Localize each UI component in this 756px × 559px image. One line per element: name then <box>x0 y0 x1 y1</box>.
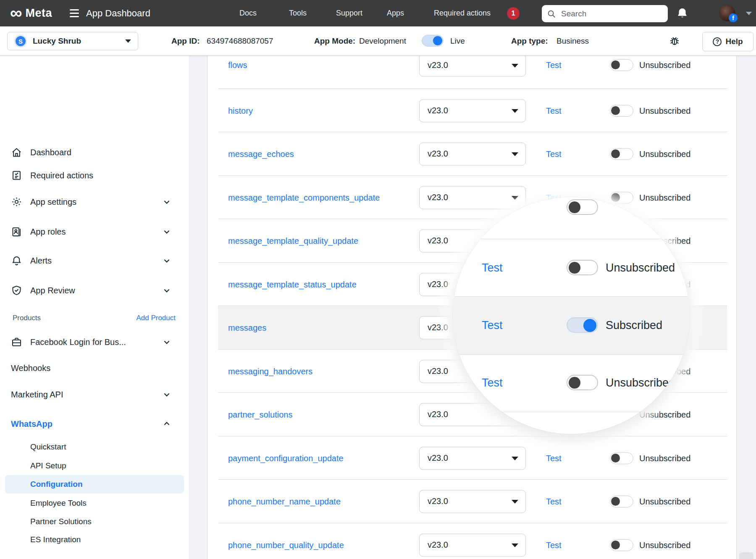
test-link[interactable]: Test <box>482 261 503 274</box>
table-row: history v23.0 Test Unsubscribed <box>218 89 727 132</box>
version-dropdown[interactable]: v23.0 <box>419 99 526 122</box>
sidebar-item-label: WhatsApp <box>11 419 52 429</box>
sidebar-item-app-settings[interactable]: App settings <box>0 193 189 211</box>
sidebar-item-marketing-api[interactable]: Marketing API <box>0 385 189 404</box>
version-dropdown[interactable]: v23.0 <box>419 54 526 77</box>
account-chevron-down-icon[interactable] <box>746 12 752 15</box>
test-link[interactable]: Test <box>482 376 503 389</box>
subscribe-toggle[interactable] <box>610 148 633 160</box>
field-link[interactable]: payment_configuration_update <box>228 453 344 463</box>
field-link[interactable]: flows <box>228 60 247 70</box>
subscribe-toggle[interactable] <box>567 260 598 275</box>
test-link[interactable]: Test <box>546 60 562 70</box>
app-dashboard-page: flows v23.0 Test Unsubscribed history v2… <box>0 0 756 559</box>
status-label: Unsubscribed <box>639 410 690 419</box>
help-button[interactable]: ? Help <box>702 32 753 51</box>
version-dropdown[interactable]: v23.0 <box>419 533 526 556</box>
version-dropdown[interactable]: v23.0 <box>419 142 526 165</box>
version-value: v23.0 <box>428 106 448 115</box>
app-selector-dropdown[interactable]: S Lucky Shrub <box>7 32 138 50</box>
scrollbar-thumb[interactable] <box>739 552 753 559</box>
field-link[interactable]: message_template_status_update <box>228 280 357 289</box>
test-link[interactable]: Test <box>546 149 562 159</box>
sidebar-item-whatsapp[interactable]: WhatsApp <box>0 415 189 433</box>
toggle-knob <box>611 149 620 158</box>
add-product-link[interactable]: Add Product <box>136 314 176 322</box>
sidebar-item-api-setup[interactable]: API Setup <box>0 457 189 475</box>
sidebar-item-partner-solutions[interactable]: Partner Solutions <box>0 512 189 531</box>
sidebar-item-app-review[interactable]: App Review <box>0 281 189 300</box>
live-label: Live <box>450 37 465 46</box>
field-link[interactable]: partner_solutions <box>228 410 292 419</box>
products-header: Products Add Product <box>0 311 189 325</box>
search-box[interactable] <box>542 5 668 22</box>
sidebar-item-label: Marketing API <box>11 390 63 400</box>
sidebar-item-configuration-selected[interactable]: Configuration <box>0 475 189 494</box>
version-dropdown[interactable]: v23.0 <box>419 490 526 513</box>
field-link[interactable]: messages <box>228 323 266 332</box>
sidebar-item-alerts[interactable]: Alerts <box>0 251 189 270</box>
field-link[interactable]: message_template_components_update <box>228 193 380 202</box>
notifications-bell-icon[interactable] <box>676 7 689 20</box>
toggle-knob <box>569 201 580 213</box>
field-link[interactable]: phone_number_quality_update <box>228 540 344 550</box>
test-link[interactable]: Test <box>482 319 503 332</box>
test-link[interactable]: Test <box>546 496 562 506</box>
subscribe-toggle-on[interactable] <box>567 317 598 333</box>
sidebar-item-quickstart[interactable]: Quickstart <box>0 438 189 456</box>
sidebar-item-facebook-login[interactable]: Facebook Login for Bus... <box>0 333 189 351</box>
field-link[interactable]: phone_number_name_update <box>228 496 341 506</box>
nav-support[interactable]: Support <box>336 9 362 18</box>
nav-tools[interactable]: Tools <box>289 9 307 18</box>
version-value: v23.0 <box>428 496 448 506</box>
sidebar-item-app-roles[interactable]: App roles <box>0 222 189 241</box>
test-link[interactable]: Test <box>546 453 562 463</box>
chevron-down-icon <box>163 391 171 398</box>
sidebar-item-dashboard[interactable]: Dashboard <box>0 143 189 162</box>
nav-apps[interactable]: Apps <box>387 9 404 18</box>
subscribe-toggle[interactable] <box>610 59 633 71</box>
sidebar-item-label: App Review <box>30 286 75 295</box>
chevron-down-icon <box>163 338 171 346</box>
subscribe-toggle[interactable] <box>567 199 598 215</box>
page-scrollbar-track[interactable] <box>736 56 756 559</box>
chevron-down-icon <box>512 152 518 156</box>
search-input[interactable] <box>560 9 653 19</box>
bug-report-icon[interactable] <box>669 35 680 47</box>
test-link[interactable]: Test <box>546 540 562 550</box>
sidebar: Dashboard Required actions App settings … <box>0 56 189 559</box>
nav-docs[interactable]: Docs <box>239 9 257 18</box>
field-link[interactable]: messaging_handovers <box>228 366 312 376</box>
field-link[interactable]: message_echoes <box>228 149 294 159</box>
id-card-icon <box>11 226 22 238</box>
chevron-down-icon <box>512 543 518 547</box>
sidebar-item-es-integration[interactable]: ES Integration <box>0 530 189 549</box>
status-label: Unsubscribed <box>639 60 690 70</box>
status-label: Unsubscribed <box>606 376 675 389</box>
sidebar-item-required-actions[interactable]: Required actions <box>0 166 189 185</box>
version-value: v23.0 <box>428 236 448 246</box>
field-link[interactable]: message_template_quality_update <box>228 236 358 246</box>
page-title: App Dashboard <box>86 8 150 19</box>
subscribe-toggle[interactable] <box>610 496 633 507</box>
field-link[interactable]: history <box>228 106 253 115</box>
subscribe-toggle[interactable] <box>610 452 633 464</box>
app-type-value: Business <box>556 37 589 46</box>
test-link[interactable]: Test <box>546 106 562 115</box>
sidebar-item-label: Employee Tools <box>30 499 87 508</box>
subscribe-toggle[interactable] <box>610 539 633 551</box>
version-dropdown[interactable]: v23.0 <box>419 186 526 209</box>
subscribe-toggle[interactable] <box>567 375 598 390</box>
nav-required-actions[interactable]: Required actions <box>434 9 491 18</box>
sidebar-item-employee-tools[interactable]: Employee Tools <box>0 494 189 512</box>
hamburger-menu-icon[interactable] <box>70 9 79 17</box>
toggle-knob <box>583 319 596 332</box>
subscribe-toggle[interactable] <box>610 105 633 117</box>
version-dropdown[interactable]: v23.0 <box>419 447 526 470</box>
app-mode-toggle[interactable] <box>422 35 444 47</box>
meta-logo[interactable]: ∞ Meta <box>10 0 52 26</box>
version-value: v23.0 <box>428 410 448 419</box>
sidebar-item-webhooks[interactable]: Webhooks <box>0 359 189 377</box>
sidebar-item-label: Partner Solutions <box>30 517 92 526</box>
subscribe-toggle[interactable] <box>610 192 633 204</box>
